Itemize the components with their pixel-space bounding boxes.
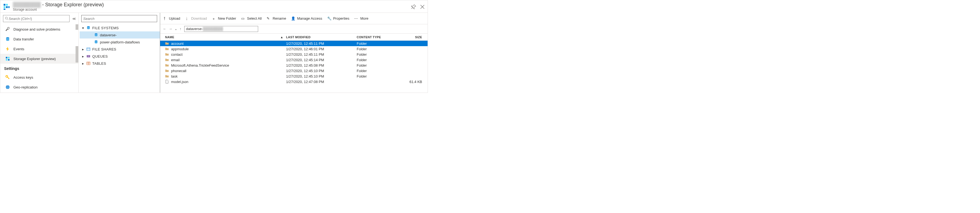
tree-item-dataverse-[interactable]: dataverse- — [80, 32, 160, 38]
bolt-icon — [5, 46, 10, 51]
col-name[interactable]: NAME▲ — [160, 36, 286, 39]
twist-icon: ▾ — [81, 26, 84, 30]
tree-group-label: FILE SHARES — [92, 47, 116, 51]
tree-item-label: dataverse- — [100, 33, 117, 37]
forward-icon[interactable]: → — [169, 27, 172, 31]
cell-modified: 1/27/2020, 12:45:11 PM — [286, 41, 357, 46]
upload-button[interactable]: ⭱Upload — [163, 16, 180, 21]
up-icon[interactable]: ↑ — [180, 27, 181, 31]
cylinder-icon — [5, 36, 10, 41]
tree-group-queues[interactable]: ▸QUEUES — [80, 53, 160, 60]
cylinder-blue-icon — [86, 26, 91, 30]
col-size[interactable]: SIZE — [401, 36, 428, 39]
cylinder-blue-icon — [94, 40, 98, 44]
svg-rect-3 — [6, 6, 8, 8]
tree-group-tables[interactable]: ▸TABLES — [80, 60, 160, 67]
scrollbar-thumb[interactable] — [76, 46, 78, 63]
nav-item-data-transfer[interactable]: Data transfer — [0, 34, 78, 44]
folder-icon — [165, 52, 169, 56]
rename-button[interactable]: ✎Rename — [267, 16, 286, 21]
tree-group-file-shares[interactable]: ▸FILE SHARES — [80, 46, 160, 53]
close-icon[interactable] — [420, 5, 425, 9]
search-icon — [5, 17, 9, 21]
nav-item-storage-explorer-preview-[interactable]: Storage Explorer (preview) — [0, 54, 78, 64]
path-box[interactable]: dataverse- ████████ — [184, 26, 258, 32]
cell-modified: 1/27/2020, 12:47:08 PM — [286, 80, 357, 84]
cell-name: email — [171, 58, 180, 62]
tree-group-file-systems[interactable]: ▾FILE SYSTEMS — [80, 24, 160, 32]
nav-search-box[interactable] — [3, 15, 70, 22]
download-icon: ⭳ — [185, 16, 189, 21]
select-all-button[interactable]: ▭Select All — [241, 16, 262, 21]
chevron-down-icon[interactable]: ⌄ — [174, 27, 177, 31]
folder-icon — [165, 74, 169, 78]
nav-item-label: Data transfer — [13, 37, 34, 41]
properties-button[interactable]: 🔧Properties — [327, 16, 349, 21]
cell-size: 61.4 KB — [401, 80, 428, 84]
col-modified[interactable]: LAST MODIFIED — [286, 36, 357, 39]
svg-rect-2 — [3, 6, 5, 8]
cell-name: contact — [171, 52, 183, 57]
grid-body: account1/27/2020, 12:45:11 PMFolderappmo… — [160, 41, 428, 93]
table-row[interactable]: Microsoft.Athena.TrickleFeedService1/27/… — [160, 63, 428, 68]
select-all-icon: ▭ — [241, 16, 245, 21]
left-nav: ≪ Diagnose and solve problemsData transf… — [0, 13, 79, 93]
table-row[interactable]: phonecall1/27/2020, 12:45:10 PMFolder — [160, 68, 428, 73]
svg-rect-5 — [3, 8, 5, 9]
nav-item-label: Geo-replication — [13, 85, 38, 89]
pin-icon[interactable] — [411, 5, 416, 9]
cell-name: appmodule — [171, 47, 189, 51]
svg-rect-18 — [87, 48, 90, 50]
nav-search-row: ≪ — [0, 13, 78, 24]
svg-rect-10 — [8, 57, 10, 58]
back-icon[interactable]: ← — [163, 27, 166, 31]
tree-group-label: QUEUES — [92, 54, 108, 58]
cell-modified: 1/27/2020, 12:45:10 PM — [286, 69, 357, 73]
tree-item-power-platform-dataflows[interactable]: power-platform-dataflows — [80, 38, 160, 46]
header-bar: ████████ - Storage Explorer (preview) St… — [0, 0, 428, 13]
table-row[interactable]: task1/27/2020, 12:45:10 PMFolder — [160, 73, 428, 79]
new-folder-button[interactable]: ＋New Folder — [212, 16, 236, 21]
twist-icon: ▸ — [81, 62, 84, 66]
nav-search-input[interactable] — [9, 17, 68, 21]
table-row[interactable]: account1/27/2020, 12:45:11 PMFolder — [160, 41, 428, 46]
tree-search-input[interactable] — [83, 17, 155, 21]
nav-item-access-keys[interactable]: Access keys — [0, 73, 78, 82]
twist-icon: ▸ — [81, 47, 84, 51]
table-row[interactable]: model.json1/27/2020, 12:47:08 PM61.4 KB — [160, 79, 428, 84]
body: ≪ Diagnose and solve problemsData transf… — [0, 13, 428, 93]
svg-line-7 — [7, 19, 8, 20]
tree-search-box[interactable] — [81, 15, 157, 22]
breadcrumb-row: ← → ⌄ ↑ dataverse- ████████ — [160, 24, 428, 33]
tree: ▾FILE SYSTEMSdataverse-power-platform-da… — [79, 24, 160, 67]
twist-icon: ▸ — [81, 54, 84, 58]
person-icon: 👤 — [291, 16, 295, 21]
svg-point-6 — [5, 17, 7, 19]
download-button[interactable]: ⭳Download — [185, 16, 207, 21]
table-row[interactable]: email1/27/2020, 12:45:14 PMFolder — [160, 57, 428, 63]
sort-asc-icon: ▲ — [280, 36, 283, 39]
collapse-nav-icon[interactable]: ≪ — [72, 17, 76, 21]
more-icon: ⋯ — [354, 16, 359, 21]
table-row[interactable]: appmodule1/27/2020, 12:46:01 PMFolder — [160, 46, 428, 52]
cell-modified: 1/27/2020, 12:45:11 PM — [286, 52, 357, 57]
nav-item-geo-replication[interactable]: Geo-replication — [0, 82, 78, 92]
more-button[interactable]: ⋯More — [354, 16, 369, 21]
svg-rect-9 — [6, 57, 7, 58]
tree-group-label: TABLES — [92, 62, 106, 66]
cylinder-blue-icon — [94, 33, 98, 37]
cell-name: phonecall — [171, 69, 186, 73]
nav-item-diagnose-and-solve-problems[interactable]: Diagnose and solve problems — [0, 24, 78, 34]
file-icon — [165, 80, 169, 84]
cell-type: Folder — [357, 41, 401, 46]
col-type[interactable]: CONTENT TYPE — [357, 36, 401, 39]
nav-item-events[interactable]: Events — [0, 44, 78, 54]
key-icon — [5, 75, 10, 80]
table-row[interactable]: contact1/27/2020, 12:45:11 PMFolder — [160, 52, 428, 57]
queues-icon — [86, 54, 91, 58]
tables-icon — [86, 61, 91, 66]
cell-name: model.json — [171, 80, 188, 84]
scrollbar-up[interactable] — [76, 24, 78, 30]
manage-access-button[interactable]: 👤Manage Access — [291, 16, 322, 21]
app-root: ████████ - Storage Explorer (preview) St… — [0, 0, 428, 93]
